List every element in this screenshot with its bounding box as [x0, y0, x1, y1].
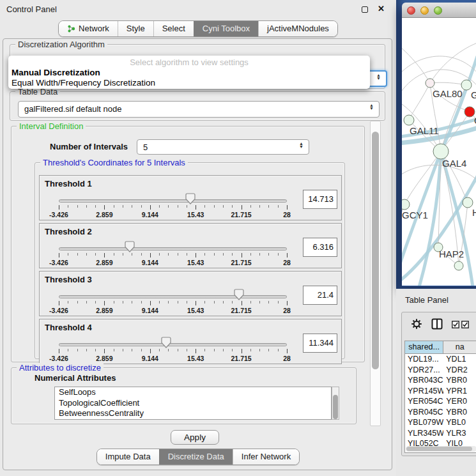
spinner-arrows-icon[interactable]: ▲▼: [376, 73, 381, 80]
spinner-arrows-icon[interactable]: ▲▼: [298, 142, 304, 148]
table-row[interactable]: YDR27...YDR2: [405, 365, 476, 376]
tick-label: 28: [283, 307, 291, 314]
table-cell: YLR3: [443, 428, 476, 439]
table-cell: YBR043C: [405, 375, 443, 386]
network-node[interactable]: [454, 261, 463, 270]
network-node[interactable]: [426, 79, 434, 88]
tab-discretize-data[interactable]: Discretize Data: [159, 449, 233, 464]
table-cell: YLR345W: [405, 428, 443, 439]
threshold-slider-thumb[interactable]: [185, 193, 196, 204]
network-node-label: H: [472, 207, 476, 218]
attribute-list-item[interactable]: SelfLoops: [55, 387, 331, 398]
network-window-titlebar[interactable]: [402, 3, 476, 18]
table-cell: YPR1: [443, 386, 476, 397]
tick-label: 2.859: [96, 355, 112, 362]
table-row[interactable]: YBR045CYBR0: [405, 407, 476, 418]
threshold-value-field[interactable]: 21.4: [303, 286, 337, 305]
number-of-intervals-label: Number of Intervals: [50, 142, 128, 151]
minimize-traffic-light-icon[interactable]: [420, 6, 429, 15]
tab-select[interactable]: Select: [153, 21, 194, 36]
table-cell: YPR145W: [405, 386, 443, 397]
network-canvas[interactable]: GAL80GCGAL11GAL4GCY1HHAP2: [402, 18, 476, 286]
thresholds-group-label: Threshold's Coordinates for 5 Intervals: [40, 158, 188, 167]
network-node[interactable]: [402, 199, 410, 210]
algorithm-dropdown-popup: Select algorithm to view settings Manual…: [8, 56, 370, 89]
network-node[interactable]: [464, 107, 475, 117]
threshold-slider-thumb[interactable]: [161, 337, 171, 348]
bottom-tab-bar: Impute DataDiscretize DataInfer Network: [0, 449, 396, 465]
table-row[interactable]: YER054CYER0: [405, 396, 476, 407]
tick-label: 21.715: [231, 355, 252, 362]
attributes-group: Attributes to discretize Numerical Attri…: [11, 367, 357, 424]
split-column-icon[interactable]: [431, 318, 443, 330]
network-node[interactable]: [463, 197, 473, 208]
checkbox-checked-icon[interactable]: [461, 321, 469, 328]
table-data-combobox[interactable]: galFiltered.sif default node ▲▼: [18, 101, 380, 118]
zoom-traffic-light-icon[interactable]: [434, 6, 442, 15]
tab-network[interactable]: Network: [59, 21, 118, 36]
apply-button[interactable]: Apply: [171, 430, 219, 445]
table-row[interactable]: YDL19...YDL1: [405, 354, 476, 365]
tick-label: 15.43: [187, 211, 204, 219]
threshold-value-field[interactable]: 6.316: [303, 238, 337, 257]
table-row[interactable]: YLR345WYLR3: [405, 428, 476, 439]
network-node[interactable]: [404, 115, 414, 125]
network-edge: [441, 56, 476, 151]
threshold-label: Threshold 1: [45, 179, 92, 188]
threshold-slider-track[interactable]: [59, 343, 287, 346]
tab-style[interactable]: Style: [118, 21, 153, 36]
attribute-list-item[interactable]: TopologicalCoefficient: [55, 398, 331, 409]
threshold-label: Threshold 4: [45, 323, 92, 332]
menu-item-manual-discretization[interactable]: Manual Discretization: [12, 68, 100, 77]
threshold-slider-thumb[interactable]: [234, 289, 244, 300]
tick-label: 21.715: [231, 259, 252, 266]
checkbox-checked-icon[interactable]: [452, 321, 459, 328]
threshold-value-field[interactable]: 11.344: [303, 334, 337, 353]
network-node[interactable]: [461, 80, 472, 90]
gear-icon[interactable]: [411, 318, 422, 330]
app-root: Control Panel ✕ NetworkStyleSelectCyni T…: [0, 0, 476, 476]
tick-label: 28: [283, 259, 291, 266]
network-edge: [430, 82, 466, 85]
table-cell: YBR0: [443, 375, 476, 386]
spinner-arrows-icon[interactable]: ▲▼: [369, 104, 374, 110]
table-row[interactable]: YBR043CYBR0: [405, 375, 476, 386]
tab-cyni-toolbox[interactable]: Cyni Toolbox: [194, 21, 258, 36]
table-panel: Table Panel: [396, 289, 476, 476]
threshold-value-field[interactable]: 14.713: [303, 190, 337, 209]
tick-label: 2.859: [96, 259, 112, 266]
threshold-slider-track[interactable]: [59, 247, 287, 250]
attribute-list-item[interactable]: BetweennessCentrality: [55, 408, 331, 419]
threshold-slider-thumb[interactable]: [125, 241, 135, 252]
close-traffic-light-icon[interactable]: [407, 6, 415, 15]
column-header-shared-[interactable]: shared...: [405, 341, 443, 353]
network-node[interactable]: [433, 144, 449, 159]
menu-item-equal-width-frequency[interactable]: Equal Width/Frequency Discretization: [12, 78, 155, 88]
settings-vertical-scrollbar[interactable]: [370, 121, 381, 426]
tab-infer-network[interactable]: Infer Network: [233, 449, 299, 464]
column-header-na[interactable]: na: [443, 341, 476, 353]
discretization-group-label: Discretization Algorithm: [15, 40, 107, 49]
number-of-intervals-combobox[interactable]: 5 ▲▼: [137, 139, 309, 155]
table-cell: YBL079W: [405, 417, 443, 428]
network-edge: [402, 37, 430, 83]
network-icon: [67, 24, 75, 33]
top-tab-bar: NetworkStyleSelectCyni ToolboxjActiveMNo…: [0, 20, 396, 37]
tick-label: 15.43: [187, 259, 204, 266]
tab-jactivemnodules[interactable]: jActiveMNodules: [258, 21, 337, 36]
float-icon[interactable]: [362, 6, 368, 13]
table-panel-toolbar: [402, 312, 476, 338]
table-horizontal-scrollbar[interactable]: [406, 446, 476, 452]
table-row[interactable]: YBL079WYBL0: [405, 417, 476, 428]
close-icon[interactable]: ✕: [378, 4, 385, 13]
table-cell: YER0: [443, 396, 476, 407]
attributes-list-scrollbar[interactable]: [332, 387, 339, 420]
interval-definition-label: Interval Definition: [17, 121, 86, 131]
threshold-slider-track[interactable]: [59, 199, 287, 203]
tab-impute-data[interactable]: Impute Data: [97, 449, 159, 464]
tick-label: 21.715: [231, 211, 252, 219]
network-node-label: HAP2: [439, 249, 464, 259]
table-row[interactable]: YPR145WYPR1: [405, 386, 476, 397]
threshold-panel-1: Threshold 1-3.4262.8599.14415.4321.71528…: [39, 175, 342, 220]
threshold-slider-track[interactable]: [59, 295, 287, 298]
